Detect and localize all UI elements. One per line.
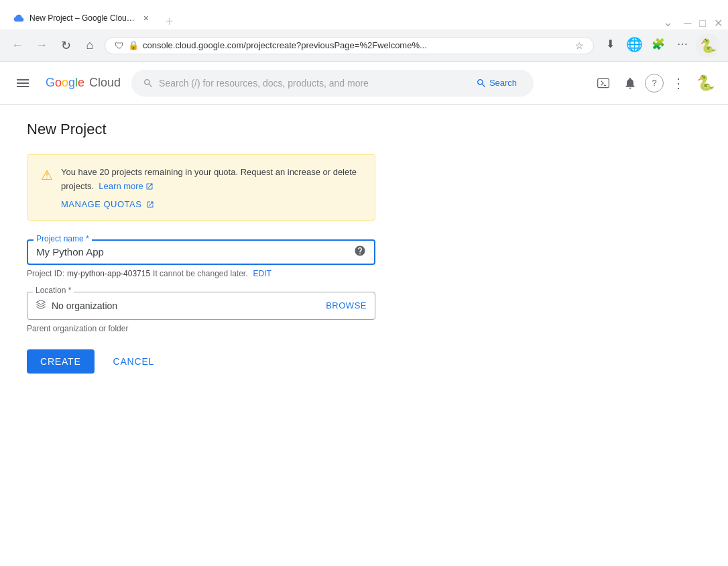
new-tab-button[interactable]: + [166,14,174,30]
tab-favicon [13,13,24,23]
browser-chrome: New Project – Google Clou… × + ⌄ ─ □ ✕ ←… [0,0,728,62]
location-field: Location * No organization BROWSE [27,292,375,320]
browse-button[interactable]: BROWSE [326,300,367,310]
forward-button[interactable]: → [32,36,51,55]
logo-google: Google [46,76,84,90]
project-name-group: Project name * Project ID: my-python-app… [27,239,375,278]
logo-cloud-text: Cloud [89,76,121,90]
browser-maximize[interactable]: □ [699,17,706,30]
project-name-field: Project name * [27,239,375,265]
svg-rect-1 [17,82,29,84]
tab-close-btn[interactable]: × [140,12,152,24]
more-tools-btn[interactable]: ⋯ [672,34,693,55]
more-options-button[interactable]: ⋮ [666,71,690,95]
back-button[interactable]: ← [8,36,27,55]
lock-icon: 🔒 [128,40,139,50]
learn-more-link[interactable]: Learn more [99,181,143,191]
project-id-value: my-python-app-403715 [67,269,150,278]
form-actions: CREATE CANCEL [27,349,375,374]
manage-quotas-external-icon [146,201,154,209]
extension-btn[interactable]: 🌐 [623,34,645,55]
external-link-icon [145,182,154,190]
search-button[interactable]: Search [471,71,522,95]
svg-rect-2 [17,86,29,87]
menu-button[interactable] [11,71,35,95]
tab-title: New Project – Google Clou… [29,13,135,23]
nav-bar: ← → ↻ ⌂ 🛡 🔒 console.cloud.google.com/pro… [0,30,728,62]
project-name-label: Project name * [34,234,92,243]
extensions-btn[interactable]: 🧩 [648,34,669,55]
warning-text: You have 20 projects remaining in your q… [61,166,361,194]
bookmark-icon[interactable]: ☆ [575,40,584,51]
search-icon-small [143,78,154,89]
google-cloud-logo: Google Cloud [46,76,121,90]
project-id-edit-link[interactable]: EDIT [253,269,271,278]
create-button[interactable]: CREATE [27,349,95,374]
page-content: New Project ⚠ You have 20 projects remai… [0,105,728,566]
location-hint: Parent organization or folder [27,324,375,333]
svg-rect-0 [17,79,29,80]
url-text: console.cloud.google.com/projectcreate?p… [143,40,571,50]
search-box: Search [131,70,534,97]
project-name-input[interactable] [36,246,366,258]
profile-avatar-btn[interactable]: 🐍 [696,34,720,58]
active-tab[interactable]: New Project – Google Clou… × [5,7,160,30]
location-group: Location * No organization BROWSE Parent… [27,292,375,333]
nav-actions: ⬇ 🌐 🧩 ⋯ 🐍 [599,34,720,58]
search-input[interactable] [159,78,465,89]
project-id-note: It cannot be changed later. [153,269,247,278]
header-actions: ? ⋮ 🐍 [591,71,717,95]
home-button[interactable]: ⌂ [80,36,99,55]
organization-icon [36,299,46,313]
warning-box: ⚠ You have 20 projects remaining in your… [27,154,375,221]
shield-icon: 🛡 [115,40,124,51]
notifications-button[interactable] [618,71,642,95]
project-id-label: Project ID: [27,269,64,278]
address-bar[interactable]: 🛡 🔒 console.cloud.google.com/projectcrea… [105,37,594,54]
location-value: No organization [52,300,326,311]
cloud-shell-button[interactable] [591,71,615,95]
browser-minimize[interactable]: ─ [684,17,691,30]
page-title: New Project [27,121,701,138]
warning-icon: ⚠ [41,167,53,183]
gcloud-header: Google Cloud Search ? ⋮ 🐍 [0,62,728,105]
tab-overflow-btn[interactable]: ⌄ [663,15,673,30]
location-field-label: Location * [33,286,74,295]
warning-content: You have 20 projects remaining in your q… [61,166,361,209]
download-button[interactable]: ⬇ [599,34,621,55]
project-id-row: Project ID: my-python-app-403715 It cann… [27,269,375,278]
tab-bar: New Project – Google Clou… × + ⌄ ─ □ ✕ [0,0,728,30]
help-button[interactable]: ? [645,74,664,93]
cancel-button[interactable]: CANCEL [100,349,168,374]
manage-quotas-link[interactable]: MANAGE QUOTAS [61,199,361,209]
browser-close[interactable]: ✕ [714,17,723,30]
form-section: Project name * Project ID: my-python-app… [27,239,375,374]
user-avatar-button[interactable]: 🐍 [693,71,717,95]
gcloud-ui: Google Cloud Search ? ⋮ 🐍 New Project [0,62,728,566]
help-icon[interactable] [354,245,366,260]
reload-button[interactable]: ↻ [56,36,75,55]
